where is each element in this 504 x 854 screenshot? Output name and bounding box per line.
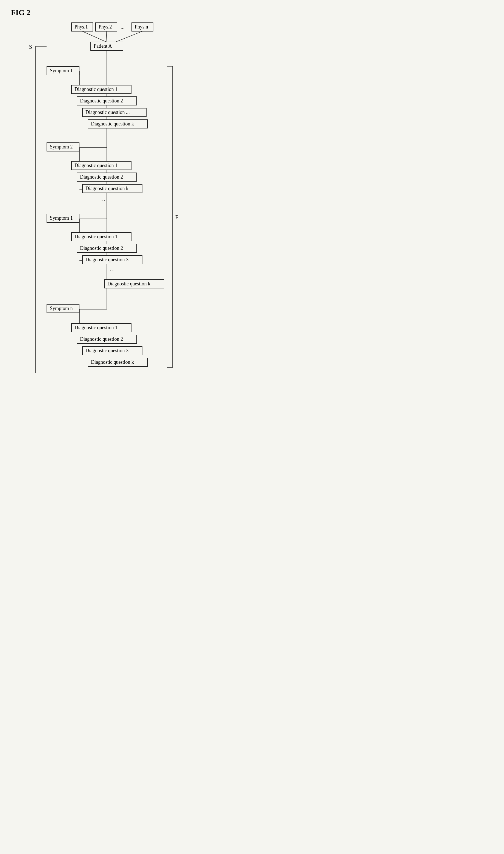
- symptom1b-box: Symptom 1: [47, 214, 79, 223]
- dq2a3-box: Diagnostic question k: [82, 184, 142, 193]
- svg-line-1: [106, 31, 107, 42]
- symptom2-box: Symptom 2: [47, 142, 79, 151]
- svg-line-0: [82, 31, 107, 42]
- dq1a4-box: Diagnostic question k: [88, 120, 148, 128]
- dq3a2-box: Diagnostic question 2: [77, 244, 137, 253]
- fig-label: FIG 2: [11, 8, 241, 17]
- dq1a2-box: Diagnostic question 2: [77, 96, 137, 106]
- patient-a-box: Patient A: [90, 42, 123, 51]
- dq4a1-box: Diagnostic question 1: [71, 323, 131, 332]
- phys1-box: Phys.1: [71, 22, 93, 32]
- dq1a3-box: Diagnostic question ...: [82, 108, 146, 117]
- s-label: S: [29, 44, 32, 50]
- dq1a1-box: Diagnostic question 1: [71, 85, 131, 94]
- f-label: F: [175, 214, 178, 220]
- section-dots-2: ∙∙: [110, 267, 115, 274]
- physn-box: Phys.n: [131, 22, 154, 32]
- dq3a3-box: Diagnostic question 3: [82, 255, 142, 264]
- dq3a1-box: Diagnostic question 1: [71, 232, 131, 241]
- dq4a2-box: Diagnostic question 2: [77, 335, 137, 344]
- svg-line-2: [115, 31, 142, 42]
- dq4a4-box: Diagnostic question k: [88, 358, 148, 367]
- section-dots-1: ∙∙: [101, 197, 107, 204]
- diagram: Phys.1 Phys.2 ... Phys.n S Patient A Sym…: [11, 20, 247, 425]
- dq2a1-box: Diagnostic question 1: [71, 161, 131, 170]
- symptom1a-box: Symptom 1: [47, 66, 79, 75]
- phys2-box: Phys.2: [95, 22, 117, 32]
- phys-dots: ...: [121, 24, 125, 31]
- dq3a4-box: Diagnostic question k: [104, 279, 164, 288]
- dq2a2-box: Diagnostic question 2: [77, 172, 137, 182]
- dq4a3-box: Diagnostic question 3: [82, 346, 142, 355]
- symptomn-box: Symptom n: [47, 304, 79, 313]
